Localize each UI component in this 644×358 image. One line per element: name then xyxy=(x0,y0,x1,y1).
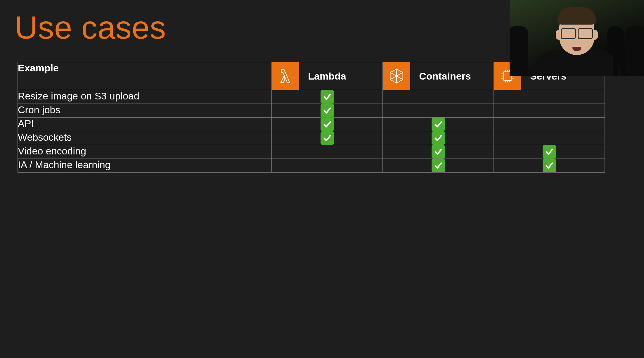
check-icon xyxy=(321,104,334,117)
cell-containers xyxy=(383,145,494,159)
check-icon xyxy=(321,118,334,131)
cell-containers xyxy=(383,104,494,118)
cell-containers xyxy=(383,159,494,173)
cell-containers xyxy=(383,90,494,104)
cell-servers xyxy=(494,118,605,131)
table-row: Video encoding xyxy=(18,145,605,159)
usecases-table: Example Lambda Containers xyxy=(18,62,605,173)
row-label: Resize image on S3 upload xyxy=(18,90,272,104)
lambda-icon xyxy=(272,62,299,90)
cell-servers xyxy=(494,90,605,104)
table-row: API xyxy=(18,118,605,131)
col-lambda-label: Lambda xyxy=(308,70,346,82)
cell-servers xyxy=(494,131,605,145)
cell-lambda xyxy=(272,90,383,104)
container-icon xyxy=(383,62,410,90)
cell-servers xyxy=(494,159,605,173)
row-label: IA / Machine learning xyxy=(18,159,272,173)
check-icon xyxy=(543,145,556,159)
col-lambda-header: Lambda xyxy=(272,62,383,90)
cell-containers xyxy=(383,118,494,131)
table-row: Websockets xyxy=(18,131,605,145)
col-containers-header: Containers xyxy=(383,62,494,90)
check-icon xyxy=(321,131,334,145)
col-containers-label: Containers xyxy=(419,70,471,82)
table-row: Resize image on S3 upload xyxy=(18,90,605,104)
check-icon xyxy=(432,159,445,172)
row-label: API xyxy=(18,118,272,131)
check-icon xyxy=(321,90,334,104)
cell-servers xyxy=(494,145,605,159)
cell-lambda xyxy=(272,159,383,173)
cell-lambda xyxy=(272,118,383,131)
row-label: Video encoding xyxy=(18,145,272,159)
row-label: Websockets xyxy=(18,131,272,145)
cell-containers xyxy=(383,131,494,145)
check-icon xyxy=(432,145,445,159)
cell-servers xyxy=(494,104,605,118)
webcam-overlay xyxy=(510,0,644,76)
check-icon xyxy=(432,131,445,145)
cell-lambda xyxy=(272,145,383,159)
cell-lambda xyxy=(272,104,383,118)
check-icon xyxy=(543,159,556,172)
table-row: Cron jobs xyxy=(18,104,605,118)
check-icon xyxy=(432,118,445,131)
cell-lambda xyxy=(272,131,383,145)
slide: Use cases Example Lambda xyxy=(0,0,644,358)
row-label: Cron jobs xyxy=(18,104,272,118)
col-example-header: Example xyxy=(18,62,272,90)
table-row: IA / Machine learning xyxy=(18,159,605,173)
